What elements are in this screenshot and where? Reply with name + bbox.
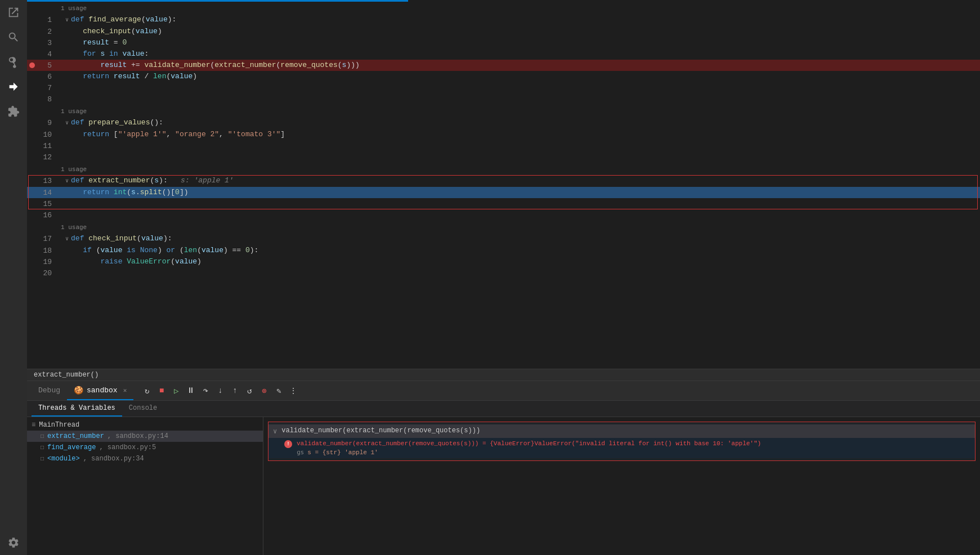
- stack-fn-2: find_average: [47, 444, 96, 451]
- code-line-11: 11: [27, 140, 980, 151]
- search-icon[interactable]: [6, 29, 21, 45]
- line-content-14: return int(s.split()[0]): [61, 187, 980, 198]
- stack-file-2: , sandbox.py:5: [99, 444, 156, 451]
- line-content-5: result += validate_number(extract_number…: [61, 60, 980, 71]
- line-content-10: return ["'apple 1'", "orange 2", "'tomat…: [61, 129, 980, 140]
- code-line-4: 4 for s in value:: [27, 48, 980, 60]
- main-thread-item[interactable]: ≡ MainThread: [27, 419, 263, 431]
- code-line-14: 14 return int(s.split()[0]): [27, 187, 980, 198]
- tab-sandbox-label: sandbox: [87, 386, 118, 395]
- call-stack-panel: ∨ validate_number(extract_number(remove_…: [263, 417, 980, 555]
- line-content-12: [61, 151, 980, 163]
- explorer-icon[interactable]: [6, 5, 21, 20]
- line-num-4: 4: [27, 48, 61, 60]
- line-content-19: raise ValueError(value): [61, 256, 980, 267]
- line-num-18: 18: [27, 245, 61, 256]
- line-content-18: if (value is None) or (len(value) == 0):: [61, 245, 980, 256]
- code-line-3: 3 result = 0: [27, 37, 980, 48]
- line-content-11: [61, 140, 980, 151]
- editor-area: 1 usage 1 ∨def find_average(value): 2 ch…: [27, 2, 980, 381]
- line-num-15: 15: [27, 198, 61, 209]
- error-text: validate_number(extract_number(remove_qu…: [297, 440, 761, 447]
- pause-btn[interactable]: ⏸: [184, 384, 198, 397]
- line-content-2: check_input(value): [61, 26, 980, 37]
- usage-label-4: 1 usage: [27, 221, 980, 233]
- code-line-12: 12: [27, 151, 980, 163]
- run-debug-icon[interactable]: [6, 79, 21, 95]
- line-content-4: for s in value:: [61, 48, 980, 60]
- stack-frame-icon-2: □: [41, 445, 44, 451]
- breakpoint-5[interactable]: [29, 62, 35, 68]
- step-over-btn[interactable]: ↷: [199, 384, 212, 397]
- code-line-1: 1 ∨def find_average(value):: [27, 14, 980, 26]
- error-icon: !: [284, 440, 292, 448]
- tab-debug[interactable]: Debug: [32, 381, 67, 400]
- code-line-7: 7: [27, 82, 980, 93]
- line-num-1: 1: [27, 14, 61, 26]
- cs-entry-content: validate_number(extract_number(remove_qu…: [281, 427, 970, 435]
- stack-frame-module[interactable]: □ <module> , sandbox.py:34: [27, 453, 263, 464]
- code-line-8: 8: [27, 93, 980, 105]
- var-indicator: ɡs: [297, 449, 304, 456]
- line-num-2: 2: [27, 26, 61, 37]
- threads-panel: ≡ MainThread □ extract_number , sandbox.…: [27, 417, 263, 555]
- var-value-s: s = {str} 'apple 1': [307, 449, 378, 456]
- line-num-10: 10: [27, 129, 61, 140]
- more-actions-btn[interactable]: ⋮: [287, 384, 300, 397]
- line-num-20: 20: [27, 267, 61, 279]
- code-line-16: 16: [27, 209, 980, 221]
- restart-frame-btn[interactable]: ↺: [243, 384, 256, 397]
- code-line-10: 10 return ["'apple 1'", "orange 2", "'to…: [27, 129, 980, 140]
- line-content-17: ∨def check_input(value):: [61, 233, 980, 245]
- line-num-5: 5: [27, 60, 61, 71]
- line-num-14: 14: [27, 187, 61, 198]
- tab-close-sandbox[interactable]: ✕: [123, 387, 127, 394]
- line-content-15: [61, 198, 980, 209]
- tab-sandbox[interactable]: 🍪 sandbox ✕: [67, 381, 133, 400]
- restart-debug-btn[interactable]: ↻: [140, 384, 154, 397]
- disconnect-btn[interactable]: ⊗: [257, 384, 271, 397]
- line-num-19: 19: [27, 256, 61, 267]
- cs-main-line: validate_number(extract_number(remove_qu…: [281, 427, 970, 435]
- cs-expand-arrow: ∨: [273, 427, 277, 436]
- code-container[interactable]: 1 usage 1 ∨def find_average(value): 2 ch…: [27, 2, 980, 369]
- code-line-9: 9 ∨def prepare_values():: [27, 117, 980, 129]
- thread-icon: ≡: [32, 421, 35, 429]
- line-content-20: [61, 267, 980, 279]
- line-content-9: ∨def prepare_values():: [61, 117, 980, 129]
- settings-icon[interactable]: [6, 535, 21, 550]
- edit-btn[interactable]: ✎: [272, 384, 285, 397]
- stack-frame-extract-number[interactable]: □ extract_number , sandbox.py:14: [27, 431, 263, 442]
- activity-bar: [0, 0, 27, 555]
- stack-file-3: , sandbox.py:34: [83, 455, 144, 463]
- stack-fn-3: <module>: [47, 455, 80, 463]
- stop-debug-btn[interactable]: ■: [155, 384, 168, 397]
- stack-frame-find-average[interactable]: □ find_average , sandbox.py:5: [27, 442, 263, 453]
- tab-console[interactable]: Console: [122, 401, 164, 417]
- stack-file-1: , sandbox.py:14: [108, 432, 168, 440]
- code-line-15: 15: [27, 198, 980, 209]
- line-content-16: [61, 209, 980, 221]
- tab-sandbox-emoji: 🍪: [74, 386, 83, 395]
- stack-frame-icon-1: □: [41, 433, 44, 440]
- line-num-7: 7: [27, 82, 61, 93]
- usage-label-3: 1 usage: [27, 163, 980, 175]
- continue-btn[interactable]: ▷: [169, 384, 183, 397]
- step-into-btn[interactable]: ↓: [213, 384, 227, 397]
- step-out-btn[interactable]: ↑: [228, 384, 241, 397]
- tab-debug-label: Debug: [38, 386, 60, 395]
- line-num-16: 16: [27, 209, 61, 221]
- line-num-12: 12: [27, 151, 61, 163]
- source-control-icon[interactable]: [6, 54, 21, 70]
- extensions-icon[interactable]: [6, 104, 21, 119]
- function-breadcrumb: extract_number(): [27, 369, 980, 381]
- code-line-6: 6 return result / len(value): [27, 71, 980, 82]
- usage-label-1: 1 usage: [27, 2, 980, 14]
- call-stack-entry-1[interactable]: ∨ validate_number(extract_number(remove_…: [269, 424, 975, 438]
- code-line-17: 17 ∨def check_input(value):: [27, 233, 980, 245]
- tab-threads-variables[interactable]: Threads & Variables: [32, 401, 122, 417]
- line-num-11: 11: [27, 140, 61, 151]
- main-thread-label: MainThread: [39, 421, 79, 429]
- code-line-19: 19 raise ValueError(value): [27, 256, 980, 267]
- code-line-5: 5 result += validate_number(extract_numb…: [27, 60, 980, 71]
